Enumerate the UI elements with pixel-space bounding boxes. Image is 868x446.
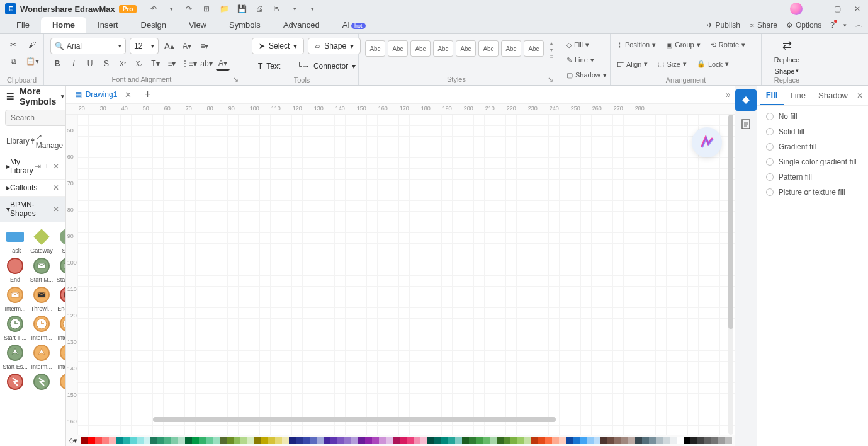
menu-insert[interactable]: Insert — [86, 17, 130, 33]
format-painter-icon[interactable]: 🖌 — [25, 38, 39, 52]
color-swatch[interactable] — [524, 437, 531, 444]
color-swatch[interactable] — [234, 437, 240, 444]
color-swatch[interactable] — [268, 437, 275, 444]
share-button[interactable]: ∝Share — [749, 21, 777, 30]
close-panel-icon[interactable]: ✕ — [854, 91, 865, 100]
gallery-down-icon[interactable]: ▾ — [550, 47, 553, 53]
color-swatch[interactable] — [220, 437, 227, 444]
dialog-launcher-icon[interactable]: ↘ — [548, 76, 553, 84]
color-swatch[interactable] — [483, 437, 490, 444]
style-preset[interactable]: Abc — [524, 40, 544, 57]
color-swatch[interactable] — [157, 437, 164, 444]
color-swatch[interactable] — [351, 437, 358, 444]
color-swatch[interactable] — [102, 437, 109, 444]
color-swatch[interactable] — [227, 437, 234, 444]
color-swatch[interactable] — [697, 437, 704, 444]
color-swatch[interactable] — [725, 437, 732, 444]
style-preset[interactable]: Abc — [456, 40, 476, 57]
panel-tab-fill[interactable]: Fill — [760, 86, 784, 105]
color-swatch[interactable] — [81, 437, 88, 444]
ai-assistant-button[interactable] — [692, 127, 722, 157]
line-menu[interactable]: ✎Line▾ — [566, 53, 604, 67]
color-swatch[interactable] — [137, 437, 144, 444]
fill-menu[interactable]: ◇Fill▾ — [566, 38, 604, 52]
color-swatch[interactable] — [621, 437, 628, 444]
color-swatch[interactable] — [150, 437, 157, 444]
export-icon[interactable]: ⇱ — [271, 3, 283, 14]
color-swatch[interactable] — [628, 437, 635, 444]
color-swatch[interactable] — [594, 437, 600, 444]
color-swatch[interactable] — [240, 437, 247, 444]
color-swatch[interactable] — [116, 437, 123, 444]
open-icon[interactable]: 📁 — [218, 3, 230, 14]
text-highlight-icon[interactable]: ab▾ — [200, 57, 213, 71]
drawing-canvas[interactable] — [77, 115, 735, 435]
color-swatch[interactable] — [358, 437, 365, 444]
menu-advanced[interactable]: Advanced — [272, 17, 331, 33]
shape-item[interactable]: Interm... — [3, 285, 28, 312]
align-text-icon[interactable]: ≡▾ — [198, 39, 211, 53]
color-swatch[interactable] — [365, 437, 372, 444]
drawing-tab[interactable]: ▤ Drawing1 ✕ — [70, 88, 137, 101]
color-swatch[interactable] — [88, 437, 95, 444]
color-swatch[interactable] — [677, 437, 684, 444]
paste-icon[interactable]: 📋▾ — [25, 54, 39, 68]
fill-option[interactable]: Solid fill — [766, 127, 859, 136]
color-swatch[interactable] — [517, 437, 524, 444]
style-preset[interactable]: Abc — [388, 40, 408, 57]
group-menu[interactable]: ▣Group▾ — [666, 38, 701, 52]
shape-item[interactable] — [3, 372, 28, 392]
position-menu[interactable]: ⊹Position▾ — [617, 38, 656, 52]
menu-design[interactable]: Design — [130, 17, 178, 33]
letter-case-icon[interactable]: T▾ — [149, 57, 162, 71]
color-swatch[interactable] — [109, 437, 116, 444]
color-swatch[interactable] — [427, 437, 434, 444]
shape-item[interactable]: Start M... — [29, 256, 54, 283]
replace-shape-icon[interactable]: ⇄ — [782, 38, 792, 52]
color-swatch[interactable] — [386, 437, 393, 444]
color-swatch[interactable] — [635, 437, 642, 444]
shape-item[interactable]: Interm... — [55, 314, 65, 341]
panel-tab-line[interactable]: Line — [784, 86, 812, 105]
page-panel-button[interactable] — [735, 113, 757, 135]
color-picker-icon[interactable]: ◇▾ — [69, 437, 77, 445]
qat-more-icon[interactable]: ▾ — [307, 3, 318, 14]
color-swatch[interactable] — [531, 437, 538, 444]
color-swatch[interactable] — [400, 437, 407, 444]
shape-item[interactable]: End M... — [55, 285, 65, 312]
publish-button[interactable]: ✈Publish — [707, 21, 740, 30]
shape-tool[interactable]: ▱Shape▾ — [308, 38, 361, 54]
menu-symbols[interactable]: Symbols — [218, 17, 272, 33]
shape-item[interactable]: Start — [55, 227, 65, 254]
print-icon[interactable]: 🖨 — [254, 3, 265, 14]
bold-icon[interactable]: B — [50, 57, 64, 71]
color-swatch[interactable] — [420, 437, 427, 444]
color-swatch[interactable] — [344, 437, 351, 444]
color-swatch[interactable] — [538, 437, 545, 444]
import-icon[interactable]: ⇥ — [35, 162, 41, 171]
cut-icon[interactable]: ✂ — [6, 38, 20, 52]
shape-item[interactable]: Interm... — [55, 343, 65, 370]
color-swatch[interactable] — [559, 437, 566, 444]
category-callouts[interactable]: ▸ Callouts ✕ — [0, 180, 65, 197]
color-swatch[interactable] — [130, 437, 137, 444]
size-menu[interactable]: ⬚Size▾ — [658, 57, 686, 71]
close-tab-icon[interactable]: ✕ — [125, 90, 132, 100]
color-swatch[interactable] — [684, 437, 690, 444]
color-swatch[interactable] — [663, 437, 670, 444]
color-swatch[interactable] — [441, 437, 448, 444]
shape-item[interactable]: Throwi... — [29, 285, 54, 312]
shape-item[interactable]: Start M... — [55, 256, 65, 283]
shape-item[interactable]: Gateway — [29, 227, 54, 254]
color-swatch[interactable] — [414, 437, 420, 444]
color-swatch[interactable] — [123, 437, 130, 444]
color-swatch[interactable] — [213, 437, 220, 444]
color-swatch[interactable] — [95, 437, 102, 444]
lock-menu[interactable]: 🔒Lock▾ — [697, 57, 729, 71]
color-swatch[interactable] — [178, 437, 185, 444]
fill-panel-button[interactable] — [735, 89, 757, 111]
color-swatch[interactable] — [448, 437, 455, 444]
undo-dropdown-icon[interactable]: ▾ — [166, 3, 177, 14]
color-swatch[interactable] — [670, 437, 677, 444]
color-swatch[interactable] — [199, 437, 206, 444]
